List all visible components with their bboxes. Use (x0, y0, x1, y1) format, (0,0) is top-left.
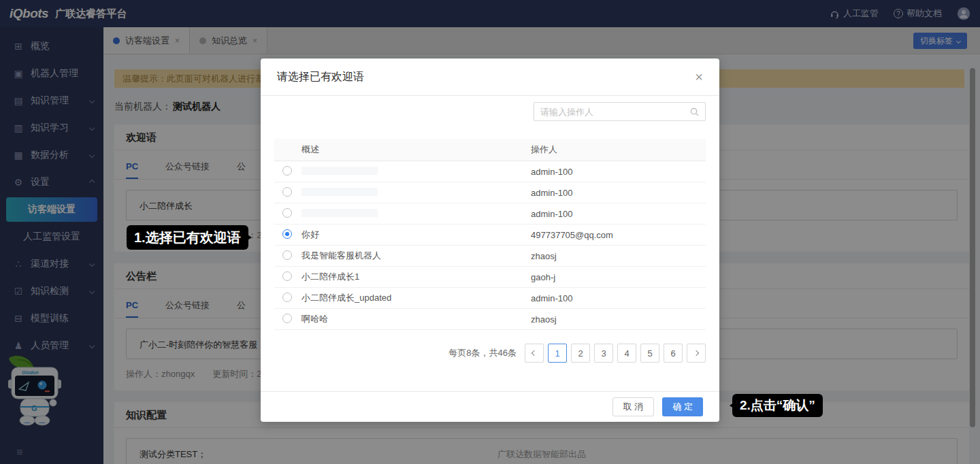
page-number-1[interactable]: 1 (548, 344, 567, 363)
operator-cell: zhaosj (531, 251, 706, 261)
summary-cell: 小二陪伴成长_updated (301, 292, 531, 304)
operator-column-header: 操作人 (531, 144, 706, 156)
close-icon[interactable]: × (695, 70, 703, 84)
page-number-5[interactable]: 5 (640, 344, 659, 363)
page-number-3[interactable]: 3 (594, 344, 613, 363)
radio-button[interactable] (282, 293, 292, 302)
table-row[interactable]: 小二陪伴成长1 gaoh-j (274, 267, 706, 288)
dialog-header: 请选择已有欢迎语 × (261, 59, 719, 96)
prev-page-button[interactable] (525, 344, 544, 363)
chevron-left-icon (532, 350, 537, 356)
radio-button[interactable] (282, 208, 292, 218)
table-row[interactable]: admin-100 (274, 161, 706, 182)
blank-summary-placeholder (301, 209, 378, 217)
summary-cell: 你好 (301, 229, 531, 241)
radio-button[interactable] (282, 314, 292, 323)
page-number-6[interactable]: 6 (664, 344, 683, 363)
radio-button[interactable] (282, 187, 292, 197)
select-welcome-dialog: 请选择已有欢迎语 × 概述 操作人 admin-100 admin-100 (261, 59, 719, 422)
search-icon[interactable] (689, 107, 700, 117)
summary-cell: 我是智能客服机器人 (301, 250, 531, 262)
annotation-step1: 1.选择已有欢迎语 (127, 225, 248, 250)
dialog-footer: 取 消 确 定 (261, 391, 719, 422)
table-row-selected[interactable]: 你好 497737705@qq.com (274, 225, 706, 246)
table-row[interactable]: admin-100 (274, 203, 706, 225)
chevron-right-icon (693, 350, 699, 356)
radio-button-selected[interactable] (282, 229, 292, 239)
summary-column-header: 概述 (301, 144, 531, 156)
table-row[interactable]: 啊哈哈 zhaosj (274, 309, 706, 330)
table-row[interactable]: admin-100 (274, 182, 706, 203)
welcome-table: 概述 操作人 admin-100 admin-100 admin-100 你好 (274, 139, 706, 363)
table-row[interactable]: 我是智能客服机器人 zhaosj (274, 246, 706, 267)
page-number-4[interactable]: 4 (617, 344, 636, 363)
operator-search-input[interactable] (534, 107, 689, 117)
summary-cell: 小二陪伴成长1 (301, 271, 531, 283)
annotation-step2: 2.点击“确认” (732, 394, 823, 417)
confirm-button[interactable]: 确 定 (662, 397, 703, 416)
operator-cell: admin-100 (531, 167, 706, 177)
radio-button[interactable] (282, 166, 292, 176)
operator-cell: admin-100 (531, 293, 706, 303)
radio-button[interactable] (282, 271, 292, 281)
operator-search-box (534, 102, 706, 121)
operator-cell: admin-100 (531, 188, 706, 198)
blank-summary-placeholder (301, 167, 378, 175)
dialog-title: 请选择已有欢迎语 (277, 70, 364, 84)
page-number-2[interactable]: 2 (571, 344, 590, 363)
next-page-button[interactable] (687, 344, 706, 363)
operator-cell: admin-100 (531, 209, 706, 219)
radio-button[interactable] (282, 250, 292, 260)
cancel-button[interactable]: 取 消 (612, 397, 655, 416)
table-row[interactable]: 小二陪伴成长_updated admin-100 (274, 288, 706, 309)
operator-cell: gaoh-j (531, 272, 706, 282)
table-header: 概述 操作人 (274, 139, 706, 161)
app-canvas: iQbots 广联达睿答平台 人工监管 ? 帮助文档 ⊞概览 ▣机器人管理 ▤知… (0, 0, 980, 464)
summary-cell: 啊哈哈 (301, 313, 531, 325)
operator-cell: zhaosj (531, 314, 706, 325)
pagination-info: 每页8条，共46条 (448, 347, 517, 359)
pagination: 每页8条，共46条 1 2 3 4 5 6 (274, 344, 706, 363)
blank-summary-placeholder (301, 188, 378, 196)
operator-cell: 497737705@qq.com (531, 230, 706, 240)
